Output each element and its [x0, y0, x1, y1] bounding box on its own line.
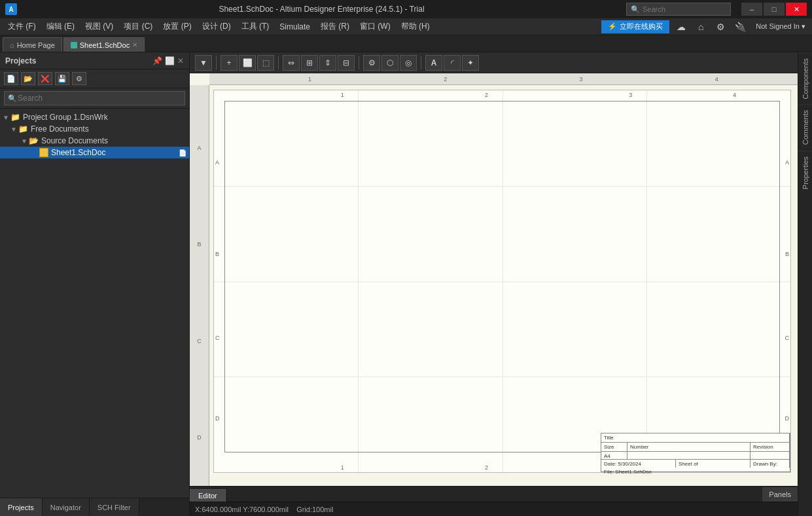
title-label: Title: [604, 435, 614, 441]
menu-window[interactable]: 窗口 (W): [355, 20, 396, 33]
tree-label-project-group: Project Group 1.DsnWrk: [23, 113, 186, 122]
menu-place[interactable]: 放置 (P): [158, 20, 196, 33]
date-value: 5/30/2024: [618, 461, 641, 467]
tree-arrow-project: ▼: [3, 114, 10, 121]
tree-item-free-docs[interactable]: ▼ 📁 Free Documents: [0, 123, 189, 135]
star-button[interactable]: ✦: [462, 55, 479, 71]
spread-button[interactable]: ⊟: [338, 55, 355, 71]
save-button[interactable]: 💾: [55, 72, 69, 85]
coords-text: X:6400.000mil Y:7600.000mil: [195, 506, 289, 513]
maximize-button[interactable]: □: [764, 3, 785, 16]
open-button[interactable]: 📂: [21, 72, 35, 85]
distribute-h-button[interactable]: ⊞: [301, 55, 318, 71]
panel-search-input[interactable]: [4, 91, 185, 105]
select-line-button[interactable]: ⬚: [257, 55, 274, 71]
menu-reports[interactable]: 报告 (R): [315, 20, 355, 33]
panels-button[interactable]: Panels: [762, 487, 798, 502]
minimize-button[interactable]: –: [741, 3, 762, 16]
date-label: Date:: [604, 461, 616, 467]
filter-button[interactable]: ▼: [195, 55, 212, 71]
mask-button[interactable]: ◎: [400, 55, 417, 71]
sheet-h-label-1: 1: [341, 92, 344, 98]
right-tab-properties[interactable]: Properties: [798, 151, 812, 194]
coords-display: X:6400.000mil Y:7600.000mil Grid:100mil: [195, 506, 333, 513]
titlebar-search[interactable]: 🔍: [626, 3, 731, 16]
compile-button[interactable]: ⚙: [363, 55, 380, 71]
btab-sch-filter[interactable]: SCH Filter: [90, 498, 139, 516]
file-label: File:: [604, 469, 614, 475]
ruler-v-mark-d: D: [197, 434, 202, 441]
sheet-h-label-3: 3: [629, 92, 632, 98]
buy-button[interactable]: ⚡ 立即在线购买: [601, 20, 669, 33]
tree-item-project-group[interactable]: ▼ 📁 Project Group 1.DsnWrk: [0, 111, 189, 123]
menubar: 文件 (F) 编辑 (E) 视图 (V) 项目 (C) 放置 (P) 设计 (D…: [0, 18, 812, 35]
revision-cell: Revision: [750, 443, 790, 451]
panel-search-icon: 🔍: [8, 94, 17, 103]
ruler-h-mark-3: 3: [580, 76, 583, 83]
close-button[interactable]: ✕: [786, 3, 807, 16]
project-icon: 📁: [10, 113, 20, 122]
select-rect-button[interactable]: ⬜: [239, 55, 256, 71]
add-wire-button[interactable]: +: [221, 55, 238, 71]
schematic-canvas[interactable]: 1 2 3 4 A B C D: [190, 73, 798, 486]
ruler-v-mark-a: A: [197, 145, 201, 151]
tab-schdoc[interactable]: Sheet1.SchDoc ✕: [63, 37, 145, 52]
menu-design[interactable]: 设计 (D): [197, 20, 236, 33]
right-tab-comments[interactable]: Comments: [798, 104, 812, 150]
sheet-h-label-2: 2: [485, 92, 488, 98]
editor-tab[interactable]: Editor: [190, 489, 226, 502]
sheet-v-label-br: B: [785, 251, 789, 257]
tree-item-source-docs[interactable]: ▼ 📂 Source Documents: [0, 135, 189, 147]
account-button[interactable]: Not Signed In ▾: [752, 21, 809, 32]
close-project-button[interactable]: ❌: [38, 72, 52, 85]
arc-button[interactable]: ◜: [444, 55, 461, 71]
right-tab-components[interactable]: Components: [798, 52, 812, 104]
plugin-button[interactable]: 🔌: [732, 19, 748, 35]
sheet-v-label-ar: A: [785, 159, 789, 166]
menu-help[interactable]: 帮助 (H): [396, 20, 435, 33]
title-block-title-row: Title: [601, 433, 790, 443]
size-cell: Size: [601, 443, 627, 451]
highlight-button[interactable]: ⬡: [381, 55, 398, 71]
toolbar-sep2: [278, 56, 279, 69]
tree-item-schdoc[interactable]: ▶ Sheet1.SchDoc 📄: [0, 147, 189, 158]
sheet-h-label-1b: 1: [341, 464, 344, 471]
number-cell: Number: [627, 443, 750, 451]
tree-arrow-source-docs: ▼: [21, 138, 29, 145]
panel-close-button[interactable]: ✕: [177, 56, 184, 65]
schdoc-icon: [39, 148, 48, 157]
menu-tools[interactable]: 工具 (T): [236, 20, 275, 33]
btab-projects[interactable]: Projects: [0, 498, 43, 516]
align-left-button[interactable]: ⇔: [283, 55, 300, 71]
app-icon: A: [5, 3, 17, 15]
panel-pin-button[interactable]: 📌: [152, 56, 162, 65]
menu-simulate[interactable]: Simulate: [274, 21, 315, 33]
tab-schdoc-close[interactable]: ✕: [132, 41, 137, 48]
text-button[interactable]: A: [425, 55, 442, 71]
tabbar: ⌂ Home Page Sheet1.SchDoc ✕: [0, 35, 812, 52]
menu-project[interactable]: 项目 (C): [118, 20, 158, 33]
cloud-button[interactable]: ☁: [673, 19, 689, 35]
align-top-button[interactable]: ⇕: [319, 55, 336, 71]
menu-edit[interactable]: 编辑 (E): [41, 20, 80, 33]
size-label: Size: [604, 444, 614, 450]
main-layout: Projects 📌 ⬜ ✕ 📄 📂 ❌ 💾 ⚙ 🔍: [0, 52, 812, 516]
new-project-button[interactable]: 📄: [4, 72, 18, 85]
tab-homepage[interactable]: ⌂ Home Page: [3, 37, 62, 52]
home-button[interactable]: ⌂: [693, 19, 709, 35]
titlebar-search-input[interactable]: [643, 5, 708, 13]
sheet-of-cell: Sheet of: [676, 460, 750, 468]
canvas-area: ▼ + ⬜ ⬚ ⇔ ⊞ ⇕ ⊟ ⚙ ⬡ ◎ A ◜ ✦: [190, 52, 798, 516]
project-settings-button[interactable]: ⚙: [72, 72, 86, 85]
ruler-v-mark-b: B: [197, 241, 201, 248]
btab-navigator[interactable]: Navigator: [43, 498, 90, 516]
tree-label-source-docs: Source Documents: [41, 136, 186, 145]
panel-header-actions: 📌 ⬜ ✕: [152, 56, 184, 65]
menu-view[interactable]: 视图 (V): [80, 20, 118, 33]
menu-file[interactable]: 文件 (F): [3, 20, 41, 33]
buy-label: 立即在线购买: [620, 22, 663, 31]
panel-float-button[interactable]: ⬜: [165, 56, 175, 65]
panel-toolbar: 📄 📂 ❌ 💾 ⚙: [0, 69, 189, 88]
grid-text: Grid:100mil: [296, 506, 333, 513]
settings-button[interactable]: ⚙: [713, 19, 728, 35]
